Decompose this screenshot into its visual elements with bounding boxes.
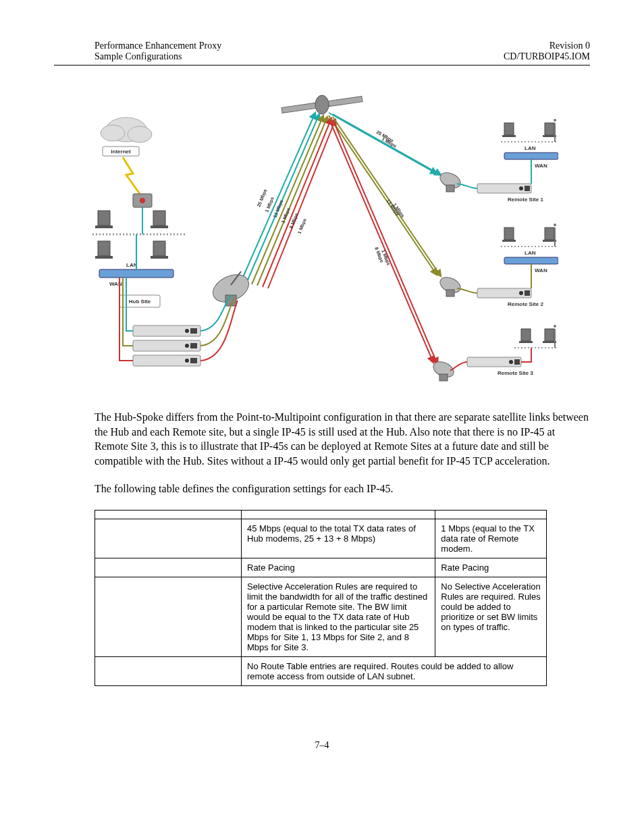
svg-rect-65	[519, 341, 533, 343]
svg-point-61	[519, 291, 523, 295]
cell-empty	[95, 519, 242, 558]
cell: Rate Pacing	[435, 558, 547, 577]
svg-rect-31	[190, 358, 197, 363]
label-1mbps-a: 1 Mbps	[264, 196, 275, 213]
svg-rect-43	[446, 185, 454, 192]
svg-point-54	[554, 224, 556, 226]
svg-rect-46	[525, 186, 530, 191]
page-number: 7–4	[54, 740, 590, 751]
svg-text:WAN: WAN	[535, 163, 547, 169]
table-row	[95, 510, 547, 519]
svg-point-7	[140, 198, 145, 203]
svg-rect-48	[504, 228, 514, 240]
svg-rect-9	[95, 226, 113, 228]
svg-point-5	[128, 126, 152, 142]
svg-rect-62	[525, 290, 530, 296]
cell-empty	[95, 656, 242, 685]
remote-site-3: Remote Site 3	[431, 325, 558, 381]
svg-rect-49	[502, 240, 516, 242]
svg-rect-13	[98, 241, 110, 256]
hub-lan-icon	[92, 211, 187, 259]
svg-point-45	[519, 186, 523, 190]
svg-point-30	[185, 359, 189, 363]
svg-rect-15	[153, 241, 165, 256]
hubsite-label: Hub Site	[129, 298, 151, 305]
svg-rect-72	[439, 374, 448, 381]
table-row: Selective Acceleration Rules are require…	[95, 577, 547, 656]
satellite-icon	[281, 95, 363, 114]
table-row: Rate Pacing Rate Pacing	[95, 558, 547, 577]
hub-wan-label: WAN	[109, 281, 122, 287]
svg-rect-8	[98, 211, 110, 226]
cell: 1 Mbps (equal to the TX data rate of Rem…	[435, 519, 547, 558]
cell-empty	[95, 577, 242, 656]
cell-empty	[95, 558, 242, 577]
svg-rect-59	[446, 290, 454, 296]
header-rule	[54, 65, 590, 66]
svg-text:WAN: WAN	[535, 267, 547, 273]
svg-point-4	[101, 125, 125, 141]
paragraph-2: The following table defines the configur…	[95, 481, 590, 496]
svg-rect-2	[328, 97, 363, 107]
cell: 45 Mbps (equal to the total TX data rate…	[242, 519, 435, 558]
hub-switch-icon	[99, 269, 173, 278]
svg-point-38	[554, 119, 556, 122]
svg-rect-16	[151, 256, 168, 259]
svg-point-70	[554, 325, 556, 328]
cell: No Selective Acceleration Rules are requ…	[435, 577, 547, 656]
header-docid: CD/TURBOIP45.IOM	[504, 51, 590, 62]
network-diagram: 25 Mbps 1 Mbps 13 Mbps 1 Mbps 8 Mbps 1 M…	[86, 93, 558, 390]
cell-empty	[242, 510, 435, 519]
svg-text:Remote Site 2: Remote Site 2	[508, 301, 543, 307]
cell: Selective Acceleration Rules are require…	[242, 577, 435, 656]
svg-point-74	[509, 360, 513, 364]
remote-site-2: LAN WAN Remote Site 2	[437, 224, 558, 307]
cell: Rate Pacing	[242, 558, 435, 577]
header-title-left: Performance Enhancement Proxy	[95, 41, 221, 51]
internet-label: Internet	[111, 149, 131, 155]
svg-text:LAN: LAN	[525, 145, 536, 151]
svg-text:Remote Site 1: Remote Site 1	[508, 197, 543, 203]
svg-rect-33	[502, 135, 516, 137]
paragraph-1: The Hub-Spoke differs from the Point-to-…	[95, 410, 590, 468]
svg-rect-32	[504, 123, 514, 135]
internet-cloud-icon	[101, 118, 152, 142]
label-1mbps-c: 1 Mbps	[296, 217, 307, 234]
header-revision: Revision 0	[504, 41, 590, 51]
svg-rect-75	[514, 359, 520, 365]
header-subtitle-left: Sample Configurations	[95, 51, 221, 62]
svg-point-26	[185, 329, 189, 333]
svg-rect-40	[504, 153, 558, 159]
svg-point-28	[185, 344, 189, 348]
svg-rect-10	[153, 211, 165, 226]
table-row: 45 Mbps (equal to the total TX data rate…	[95, 519, 547, 558]
cell: No Route Table entries are required. Rou…	[242, 656, 547, 685]
svg-rect-34	[545, 123, 554, 135]
cell-empty	[95, 510, 242, 519]
hub-dish-icon	[209, 269, 253, 307]
svg-rect-1	[281, 103, 316, 113]
svg-point-0	[315, 95, 329, 114]
svg-rect-11	[151, 226, 168, 228]
svg-text:Remote Site 3: Remote Site 3	[498, 370, 533, 376]
svg-rect-27	[190, 328, 197, 334]
svg-text:LAN: LAN	[525, 250, 536, 256]
svg-rect-64	[521, 329, 531, 341]
remote-site-1: LAN WAN Remote Site 1	[437, 119, 558, 203]
svg-rect-50	[545, 228, 554, 240]
config-table: 45 Mbps (equal to the total TX data rate…	[95, 510, 547, 686]
svg-rect-66	[545, 329, 554, 341]
page-header: Performance Enhancement Proxy Sample Con…	[54, 41, 590, 62]
svg-rect-14	[95, 256, 113, 259]
hub-modems-icon	[133, 325, 200, 366]
svg-rect-29	[190, 343, 197, 348]
table-row: No Route Table entries are required. Rou…	[95, 656, 547, 685]
svg-rect-56	[504, 257, 558, 264]
cell-empty	[435, 510, 547, 519]
